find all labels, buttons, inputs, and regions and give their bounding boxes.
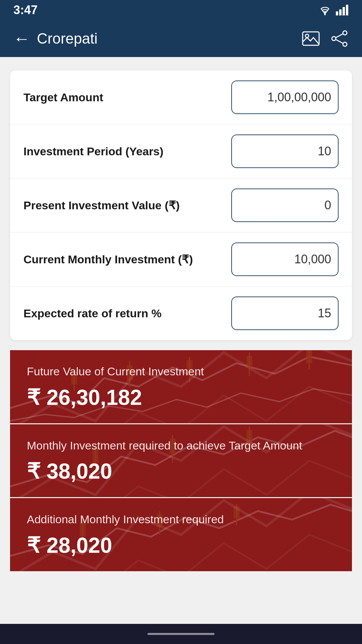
svg-line-11 [336, 40, 343, 43]
app-bar-left: ← Crorepati [13, 30, 98, 47]
result-additional-monthly-content: Additional Monthly Investment required ₹… [27, 512, 339, 558]
bottom-indicator [147, 633, 215, 635]
investment-period-label: Investment Period (Years) [23, 145, 231, 158]
present-value-input[interactable] [231, 189, 339, 222]
input-row-target-amount: Target Amount [10, 70, 352, 124]
svg-point-0 [324, 13, 326, 15]
input-row-investment-period: Investment Period (Years) [10, 124, 352, 178]
svg-point-7 [343, 31, 347, 35]
svg-rect-4 [346, 5, 348, 15]
svg-rect-1 [336, 11, 338, 15]
result-monthly-required-amount: ₹ 38,020 [27, 459, 339, 484]
investment-period-input[interactable] [231, 135, 339, 168]
svg-point-9 [332, 37, 336, 41]
result-monthly-required-content: Monthly Investment required to achieve T… [27, 438, 339, 484]
result-card-monthly-required: Monthly Investment required to achieve T… [10, 424, 352, 497]
svg-rect-21 [306, 350, 312, 363]
input-card: Target Amount Investment Period (Years) … [10, 70, 352, 340]
target-amount-label: Target Amount [23, 91, 231, 104]
signal-icon [336, 5, 349, 15]
result-additional-monthly-amount: ₹ 28,020 [27, 533, 339, 558]
status-bar: 3:47 [0, 0, 362, 20]
app-bar-right [302, 30, 349, 47]
result-section: Future Value of Current Investment ₹ 26,… [10, 350, 352, 571]
back-button[interactable]: ← [13, 30, 30, 47]
target-amount-input[interactable] [231, 80, 339, 114]
input-row-monthly-investment: Current Monthly Investment (₹) [10, 232, 352, 286]
app-bar: ← Crorepati [0, 20, 362, 57]
svg-point-8 [343, 42, 347, 46]
result-card-additional-monthly: Additional Monthly Investment required ₹… [10, 498, 352, 571]
status-time: 3:47 [13, 3, 38, 17]
result-monthly-required-label: Monthly Investment required to achieve T… [27, 438, 339, 454]
svg-rect-3 [343, 7, 345, 15]
share-icon[interactable] [330, 30, 349, 47]
svg-rect-2 [339, 9, 342, 15]
bottom-nav-bar [0, 624, 362, 644]
wifi-icon [317, 4, 333, 16]
result-additional-monthly-label: Additional Monthly Investment required [27, 512, 339, 528]
monthly-investment-input[interactable] [231, 243, 339, 276]
status-icons [317, 4, 349, 16]
result-card-future-value: Future Value of Current Investment ₹ 26,… [10, 350, 352, 423]
app-title: Crorepati [37, 30, 98, 47]
main-content: Target Amount Investment Period (Years) … [0, 57, 362, 585]
input-row-present-value: Present Investment Value (₹) [10, 178, 352, 232]
monthly-investment-label: Current Monthly Investment (₹) [23, 253, 231, 266]
result-future-value-amount: ₹ 26,30,182 [27, 385, 339, 410]
expected-return-input[interactable] [231, 297, 339, 330]
result-future-value-content: Future Value of Current Investment ₹ 26,… [27, 364, 339, 410]
input-row-expected-return: Expected rate of return % [10, 286, 352, 340]
svg-rect-5 [303, 32, 319, 45]
expected-return-label: Expected rate of return % [23, 307, 231, 320]
svg-line-10 [336, 34, 343, 38]
image-icon[interactable] [302, 30, 320, 47]
result-future-value-label: Future Value of Current Investment [27, 364, 339, 380]
present-value-label: Present Investment Value (₹) [23, 199, 231, 212]
